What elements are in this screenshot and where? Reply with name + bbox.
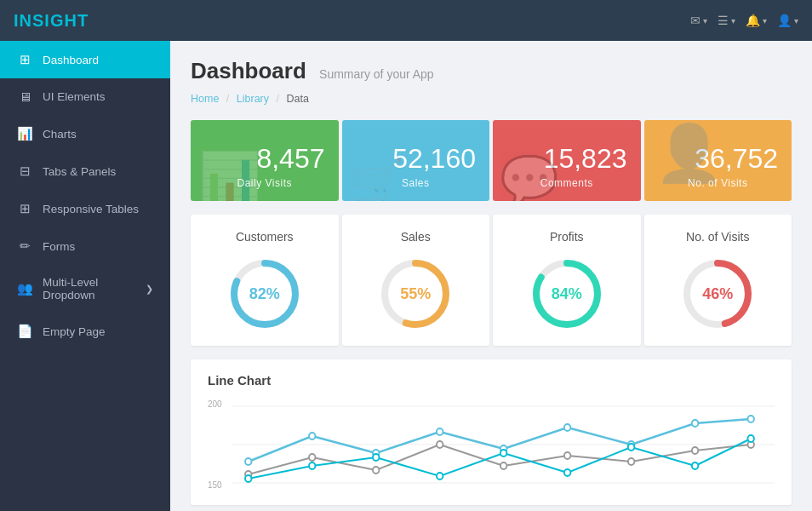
chart-icon: 📊 [17,126,32,141]
chart-dot [245,458,251,465]
gauge-label-no-of-visits: 46% [702,285,733,303]
chart-y-axis: 200 150 [208,398,226,491]
chart-dot [747,435,753,442]
group-icon: 👥 [17,281,32,296]
gauge-profits: 84% [529,256,605,332]
stat-card-daily-visits: 📊 8,457 Daily Visits [191,120,339,201]
page-header: Dashboard Summary of your App [191,58,792,84]
gauge-card-customers: Customers 82% [191,215,339,346]
gauge-label-customers: 82% [249,285,280,303]
chart-container: 200 150 [208,398,775,491]
app-logo: INSIGHT [14,11,89,31]
stat-label-daily-visits: Daily Visits [204,177,325,189]
page-icon: 📄 [17,324,32,339]
chart-dot [628,458,634,465]
forms-icon: ✏ [17,238,32,254]
gauge-label-sales: 55% [400,285,431,303]
main-layout: ⊞ Dashboard 🖥 UI Elements 📊 Charts ⊟ Tab… [0,41,812,511]
main-content: Dashboard Summary of your App Home / Lib… [170,41,812,511]
sidebar-item-tabs-panels[interactable]: ⊟ Tabs & Panels [0,152,170,190]
chart-dot [564,424,570,431]
bell-button[interactable]: 🔔 ▾ [746,14,767,27]
breadcrumb-library[interactable]: Library [237,93,269,105]
sidebar-item-label: Charts [43,128,77,141]
gauge-card-profits: Profits 84% [493,215,641,346]
person-bg-icon: 👤 [655,125,723,181]
chart-dot [245,475,251,482]
page-subtitle: Summary of your App [319,67,434,81]
gauge-label-profits: 84% [552,285,582,303]
logo-highlight: IN [14,11,32,30]
monitor-icon: 🖥 [17,89,32,104]
chart-dot [564,452,570,459]
chart-title: Line Chart [208,373,775,388]
sidebar-item-label: Multi-Level Dropdown [43,276,135,301]
stat-card-sales: 🛒 52,160 Sales [342,120,490,201]
sidebar-item-label: Tabs & Panels [43,165,116,178]
table-icon: ⊞ [17,201,32,216]
stat-label-comments: Comments [506,177,627,189]
gauge-no-of-visits: 46% [679,256,756,332]
stat-label-sales: Sales [356,177,477,189]
breadcrumb-data: Data [286,93,308,105]
sidebar-item-label: UI Elements [43,90,106,103]
sidebar-item-dashboard[interactable]: ⊞ Dashboard [0,41,170,78]
breadcrumb-home[interactable]: Home [191,93,219,105]
topbar-actions: ✉ ▾ ☰ ▾ 🔔 ▾ 👤 ▾ [690,14,798,27]
chart-dot [437,441,443,448]
chart-dot [373,454,379,461]
stat-card-no-of-visits: 👤 36,752 No. of Visits [644,120,792,201]
stat-cards-row: 📊 8,457 Daily Visits 🛒 52,160 Sales 💬 15… [191,120,792,201]
y-label-200: 200 [208,399,222,409]
chart-dot [309,462,315,469]
tabs-icon: ⊟ [17,164,32,179]
sidebar-item-multi-level[interactable]: 👥 Multi-Level Dropdown ❯ [0,265,170,313]
sidebar-item-forms[interactable]: ✏ Forms [0,227,170,265]
chevron-right-icon: ❯ [146,284,153,295]
user-button[interactable]: 👤 ▾ [777,14,798,27]
chart-dot [500,462,506,469]
dashboard-icon: ⊞ [17,52,32,67]
y-label-150: 150 [208,480,222,490]
line-chart-svg [232,398,775,491]
sidebar-item-charts[interactable]: 📊 Charts [0,115,170,152]
sidebar-item-label: Dashboard [43,54,99,66]
gauge-title-profits: Profits [550,230,584,244]
email-button[interactable]: ✉ ▾ [690,14,707,27]
chart-dot [437,473,443,479]
line-chart-section: Line Chart 200 150 [191,359,792,505]
chart-dot [564,469,570,476]
sidebar-item-label: Responsive Tables [43,203,139,215]
chart-dot [373,467,379,474]
gauge-card-sales: Sales 55% [342,215,490,346]
sidebar-item-ui-elements[interactable]: 🖥 UI Elements [0,78,170,115]
chart-dot [692,462,698,469]
sidebar-item-responsive-tables[interactable]: ⊞ Responsive Tables [0,190,170,227]
gauge-title-no-of-visits: No. of Visits [686,230,749,244]
gauge-card-no-of-visits: No. of Visits 46% [644,215,792,346]
sidebar: ⊞ Dashboard 🖥 UI Elements 📊 Charts ⊟ Tab… [0,41,170,511]
sidebar-item-label: Forms [43,240,75,253]
gauge-customers: 82% [226,256,303,332]
gauge-cards-row: Customers 82% Sales 55% [191,215,792,346]
stat-label-no-of-visits: No. of Visits [658,177,779,189]
chart-dot [692,420,698,427]
chart-dot [437,428,443,435]
list-button[interactable]: ☰ ▾ [718,14,735,27]
chart-dot [500,450,506,456]
breadcrumb: Home / Library / Data [191,93,792,105]
chart-area [232,398,775,491]
page-title: Dashboard Summary of your App [191,58,434,83]
chart-dot [309,433,315,439]
chart-dot [692,447,698,454]
chart-dot [309,454,315,461]
chart-dot [628,444,634,451]
gauge-title-sales: Sales [401,230,431,244]
gauge-title-customers: Customers [236,230,294,244]
gauge-sales: 55% [377,256,454,332]
sidebar-item-empty-page[interactable]: 📄 Empty Page [0,313,170,350]
chart-dot [747,416,753,422]
sidebar-item-label: Empty Page [43,325,106,338]
stat-card-comments: 💬 15,823 Comments [493,120,641,201]
topbar: INSIGHT ✉ ▾ ☰ ▾ 🔔 ▾ 👤 ▾ [0,0,812,41]
